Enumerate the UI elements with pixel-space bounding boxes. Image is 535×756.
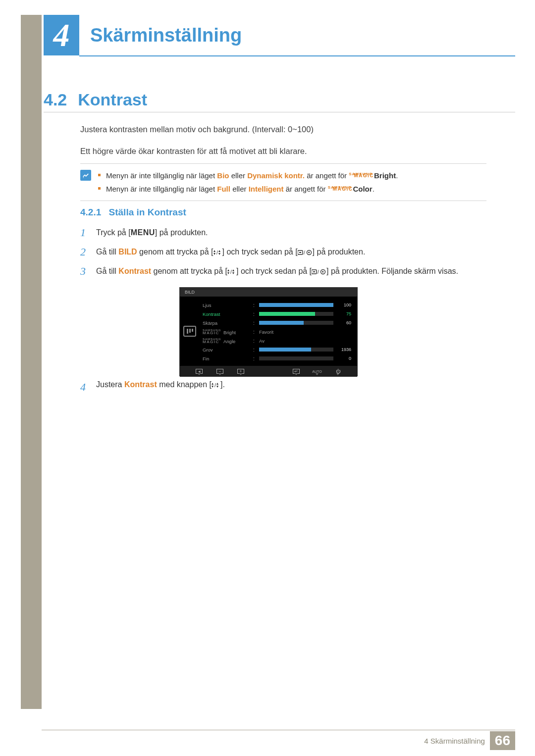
osd-screenshot: BILD Ljus : 100 Kontrast : 75 xyxy=(179,287,358,376)
svg-rect-16 xyxy=(313,271,315,272)
keyword-bild: BILD xyxy=(118,248,137,256)
text: ] och tryck sedan på [ xyxy=(236,267,312,275)
text: är angett för xyxy=(305,171,349,180)
text: Gå till xyxy=(96,267,118,275)
section-number: 4.2 xyxy=(44,90,67,109)
svg-marker-24 xyxy=(216,386,218,388)
svg-marker-23 xyxy=(216,383,218,385)
text: genom att trycka på [ xyxy=(151,267,227,275)
subsection-title: Ställa in Kontrast xyxy=(109,207,186,217)
header-rule xyxy=(79,55,515,56)
svg-marker-4 xyxy=(218,253,220,255)
keyword-kontrast: Kontrast xyxy=(118,267,151,275)
osd-row-magic-angle: SAMSUNGMAGIC Angle : Av xyxy=(203,336,351,345)
keyword-dynamisk: Dynamisk kontr. xyxy=(247,171,305,180)
svg-marker-0 xyxy=(214,250,215,252)
text: genom att trycka på [ xyxy=(137,248,214,256)
step-1: 1 Tryck på [MENU] på produkten. xyxy=(80,226,486,240)
osd-row-skarpa: Skärpa : 60 xyxy=(203,318,351,327)
chapter-title: Skärminställning xyxy=(90,25,242,46)
keyword-bio: Bio xyxy=(217,171,229,180)
osd-row-fin: Fin : 0 xyxy=(203,354,351,363)
step-text: Justera Kontrast med knappen [/]. xyxy=(96,380,486,395)
page: 4 Skärminställning 4.2 Kontrast Justera … xyxy=(0,0,535,756)
step-text: Tryck på [MENU] på produkten. xyxy=(96,226,486,240)
text: eller xyxy=(229,171,247,180)
page-number-badge: 66 xyxy=(490,731,515,750)
brand-suffix-color: Color xyxy=(353,185,372,193)
steps-list: 1 Tryck på [MENU] på produkten. 2 Gå til… xyxy=(80,226,486,284)
osd-row-kontrast: Kontrast : 75 xyxy=(203,309,351,318)
osd-value: Av xyxy=(259,338,265,344)
divider xyxy=(80,163,486,164)
svg-text:/: / xyxy=(214,383,216,388)
text: är angett för xyxy=(284,185,328,193)
footer-text: 4 Skärminställning xyxy=(424,737,485,745)
up-down-icon: / xyxy=(212,381,220,390)
text: Justera xyxy=(96,380,124,389)
source-enter-icon: / xyxy=(312,265,326,279)
text: ] på produkten. Följande skärm visas. xyxy=(326,267,458,275)
text: . xyxy=(373,185,374,193)
osd-label: SAMSUNGMAGIC Bright xyxy=(203,329,250,335)
osd-slider xyxy=(259,312,333,316)
page-footer: 4 Skärminställning 66 xyxy=(424,731,515,750)
osd-label: Skärpa xyxy=(203,320,250,326)
osd-label: SAMSUNGMAGIC Angle xyxy=(203,338,250,344)
osd-label: Ljus xyxy=(203,302,250,308)
osd-slider xyxy=(259,348,333,352)
svg-marker-3 xyxy=(218,250,220,252)
step-text: Gå till Kontrast genom att trycka på [/]… xyxy=(96,264,486,279)
svg-text:/: / xyxy=(216,250,218,255)
osd-footer: ◂ − + ↵ AUTO ⏻ xyxy=(180,366,357,377)
note-icon xyxy=(80,170,91,181)
note-list: Menyn är inte tillgänglig när läget Bio … xyxy=(98,169,486,196)
menu-key: MENU xyxy=(131,228,155,237)
brand-magic: MAGIC xyxy=(354,173,374,178)
osd-row-ljus: Ljus : 100 xyxy=(203,301,351,309)
osd-label: Fin xyxy=(203,356,250,361)
step-number: 1 xyxy=(80,226,89,240)
chapter-header: 4 Skärminställning xyxy=(44,15,242,55)
step-number: 2 xyxy=(80,245,89,259)
svg-marker-1 xyxy=(214,253,215,255)
source-enter-icon: / xyxy=(298,246,313,259)
svg-marker-14 xyxy=(232,272,234,274)
svg-marker-9 xyxy=(308,252,310,253)
note-item-2: Menyn är inte tillgänglig när läget Full… xyxy=(98,182,486,196)
svg-text:/: / xyxy=(230,269,232,275)
step-3: 3 Gå till Kontrast genom att trycka på [… xyxy=(80,264,486,279)
footer-rule xyxy=(42,730,515,730)
intro-paragraph-1: Justera kontrasten mellan motiv och bakg… xyxy=(80,124,486,136)
up-down-icon: / xyxy=(214,246,222,259)
section-underline xyxy=(44,112,515,112)
osd-value: 60 xyxy=(336,320,351,325)
note-item-1: Menyn är inte tillgänglig när läget Bio … xyxy=(98,169,486,182)
svg-text:/: / xyxy=(318,269,319,275)
step-2: 2 Gå till BILD genom att trycka på [/] o… xyxy=(80,245,486,259)
osd-enter-icon: ↵ xyxy=(286,368,307,375)
subsection-heading: 4.2.1 Ställa in Kontrast xyxy=(80,207,186,218)
step-4: 4 Justera Kontrast med knappen [/]. xyxy=(80,380,486,395)
note-block: Menyn är inte tillgänglig när läget Bio … xyxy=(80,163,486,201)
svg-rect-6 xyxy=(299,252,301,253)
brand-suffix: Bright xyxy=(223,330,236,335)
divider xyxy=(80,201,486,201)
chapter-number-badge: 4 xyxy=(44,15,79,55)
intro-paragraph-2: Ett högre värde ökar kontrasten för att … xyxy=(80,146,486,157)
svg-marker-21 xyxy=(212,386,214,388)
osd-plus-icon: + xyxy=(230,368,251,375)
svg-text:/: / xyxy=(304,250,305,255)
brand-suffix: Angle xyxy=(223,339,235,344)
subsection-number: 4.2.1 xyxy=(80,207,101,217)
osd-slider xyxy=(259,356,333,360)
osd-auto-button: AUTO xyxy=(307,368,327,375)
osd-value: 0 xyxy=(336,356,351,361)
osd-label-active: Kontrast xyxy=(203,311,250,317)
osd-minus-icon: − xyxy=(210,368,230,375)
step-text: Gå till BILD genom att trycka på [/] och… xyxy=(96,245,486,259)
side-stripe xyxy=(21,15,42,709)
up-down-icon: / xyxy=(227,265,236,279)
osd-row-magic-bright: SAMSUNGMAGIC Bright : Favorit xyxy=(203,327,351,336)
keyword-kontrast: Kontrast xyxy=(124,380,157,389)
